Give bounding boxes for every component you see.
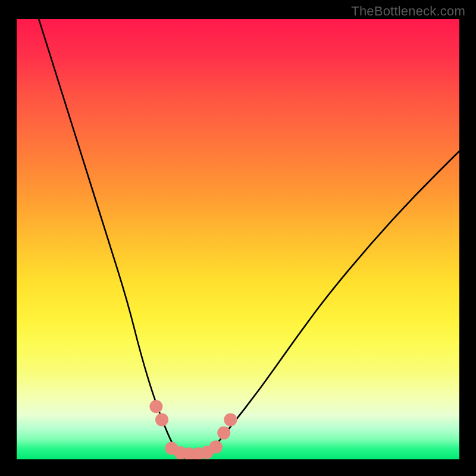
highlight-marker xyxy=(149,400,162,413)
watermark-text: TheBottleneck.com xyxy=(351,4,465,19)
highlight-marker xyxy=(217,427,230,440)
highlight-marker-group xyxy=(149,400,237,459)
highlight-marker xyxy=(155,413,168,426)
plot-area xyxy=(17,19,459,459)
bottleneck-curve-line xyxy=(39,19,459,459)
highlight-marker xyxy=(224,413,237,426)
chart-container: TheBottleneck.com xyxy=(0,0,476,476)
highlight-marker xyxy=(209,440,223,453)
chart-svg xyxy=(17,19,459,459)
